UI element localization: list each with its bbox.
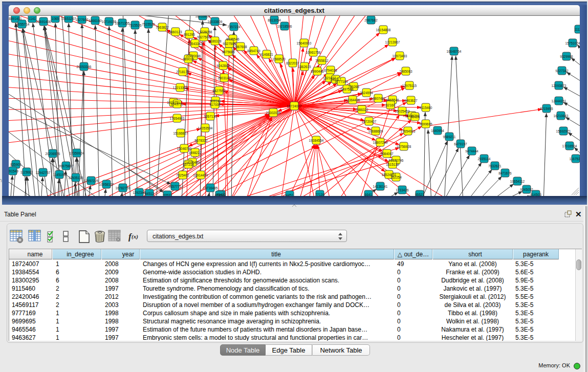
svg-text:9245052: 9245052 — [520, 188, 533, 191]
svg-text:1292346: 1292346 — [133, 191, 146, 194]
svg-text:9657771: 9657771 — [168, 185, 182, 188]
svg-text:17957225: 17957225 — [84, 179, 99, 183]
svg-text:1167533: 1167533 — [570, 157, 580, 161]
svg-text:1588520: 1588520 — [272, 57, 286, 61]
svg-text:8135546: 8135546 — [226, 37, 239, 41]
svg-text:12505135: 12505135 — [69, 176, 83, 180]
svg-text:3267130: 3267130 — [204, 115, 217, 118]
svg-text:99975887: 99975887 — [59, 164, 74, 168]
svg-text:417006: 417006 — [209, 103, 221, 106]
svg-text:62160: 62160 — [386, 103, 395, 107]
svg-text:6497568: 6497568 — [340, 87, 354, 91]
svg-text:2087682: 2087682 — [364, 18, 378, 22]
svg-text:8322037: 8322037 — [286, 61, 299, 65]
svg-text:989016: 989016 — [183, 57, 194, 61]
svg-text:10688609: 10688609 — [368, 129, 383, 133]
svg-text:20053346: 20053346 — [77, 65, 92, 69]
svg-text:19218506: 19218506 — [277, 25, 292, 28]
svg-text:8471676: 8471676 — [498, 171, 512, 175]
svg-text:1362615: 1362615 — [298, 65, 311, 69]
svg-text:16120746: 16120746 — [389, 159, 404, 162]
svg-text:16914479: 16914479 — [193, 173, 208, 177]
svg-text:909141: 909141 — [210, 99, 221, 103]
svg-text:84512: 84512 — [145, 192, 154, 195]
svg-text:15692971: 15692971 — [556, 129, 571, 133]
svg-text:9227342: 9227342 — [555, 69, 569, 73]
svg-text:15640910: 15640910 — [297, 41, 312, 45]
svg-text:3875685: 3875685 — [222, 50, 235, 54]
svg-text:14055714: 14055714 — [15, 23, 30, 26]
svg-text:16033809: 16033809 — [195, 16, 210, 18]
svg-text:252254: 252254 — [390, 176, 402, 179]
svg-text:10961758: 10961758 — [306, 51, 321, 54]
svg-text:7515526: 7515526 — [128, 24, 142, 27]
svg-text:8427552: 8427552 — [212, 89, 226, 93]
svg-text:1145194: 1145194 — [53, 173, 66, 177]
svg-text:15166827: 15166827 — [173, 132, 188, 135]
svg-text:10973493: 10973493 — [393, 54, 407, 58]
svg-text:20531: 20531 — [163, 193, 172, 196]
svg-text:9242848: 9242848 — [216, 64, 230, 68]
svg-text:19384554: 19384554 — [309, 139, 324, 142]
svg-text:4451: 4451 — [286, 193, 294, 196]
svg-text:2867608: 2867608 — [234, 45, 247, 49]
svg-text:10543342: 10543342 — [188, 42, 203, 46]
svg-text:3624554: 3624554 — [360, 91, 373, 95]
svg-text:(x): (x) — [132, 233, 138, 240]
svg-text:12213967: 12213967 — [385, 40, 400, 44]
svg-text:10719155: 10719155 — [102, 20, 117, 24]
svg-text:14136141: 14136141 — [373, 185, 388, 188]
svg-text:6466160: 6466160 — [89, 19, 102, 23]
svg-text:1141: 1141 — [29, 17, 36, 20]
svg-text:17654983: 17654983 — [170, 117, 185, 120]
svg-text:1615132: 1615132 — [386, 163, 399, 166]
svg-text:10756928: 10756928 — [397, 145, 411, 148]
svg-text:8215955: 8215955 — [540, 107, 553, 111]
svg-text:92450: 92450 — [215, 193, 224, 196]
svg-text:10807487: 10807487 — [371, 97, 386, 100]
svg-text:914503: 914503 — [530, 193, 541, 196]
svg-text:6794028: 6794028 — [324, 69, 337, 72]
svg-text:9465546: 9465546 — [386, 98, 399, 102]
svg-text:8454749: 8454749 — [247, 49, 260, 53]
svg-text:6479197: 6479197 — [454, 142, 467, 146]
svg-text:1527602: 1527602 — [75, 18, 89, 21]
svg-text:16046786: 16046786 — [177, 147, 192, 150]
svg-text:20206576: 20206576 — [46, 152, 60, 156]
svg-text:16154808: 16154808 — [376, 28, 391, 32]
svg-text:7663822: 7663822 — [156, 26, 169, 29]
svg-text:7357224: 7357224 — [227, 25, 241, 29]
svg-text:9589211: 9589211 — [443, 135, 456, 139]
svg-text:6641: 6641 — [365, 193, 373, 196]
svg-text:18724007: 18724007 — [287, 104, 302, 108]
svg-text:95521: 95521 — [415, 193, 424, 196]
svg-text:14353594: 14353594 — [198, 126, 213, 130]
svg-text:12093873: 12093873 — [552, 84, 567, 87]
svg-text:8660123: 8660123 — [169, 30, 182, 34]
svg-text:17359924: 17359924 — [70, 151, 84, 155]
svg-text:20691406: 20691406 — [36, 20, 51, 24]
svg-text:157214: 157214 — [183, 163, 194, 166]
svg-text:1049751: 1049751 — [170, 102, 184, 106]
svg-text:3498222: 3498222 — [188, 151, 202, 155]
svg-text:18807249: 18807249 — [373, 141, 388, 144]
svg-text:10671355: 10671355 — [115, 21, 130, 25]
svg-text:9699695: 9699695 — [419, 122, 432, 126]
svg-text:8186328: 8186328 — [208, 39, 222, 43]
svg-text:15751074: 15751074 — [565, 41, 580, 45]
svg-text:9327506: 9327506 — [197, 35, 210, 39]
svg-text:9777169: 9777169 — [335, 80, 348, 83]
svg-text:10653267: 10653267 — [61, 17, 76, 20]
svg-text:7955812: 7955812 — [315, 59, 329, 62]
svg-text:9329966: 9329966 — [560, 55, 573, 58]
svg-text:16782759: 16782759 — [116, 186, 130, 190]
svg-text:17654923: 17654923 — [401, 129, 416, 133]
svg-text:7625402: 7625402 — [176, 173, 189, 177]
svg-text:9474444: 9474444 — [465, 149, 478, 153]
svg-text:12942757: 12942757 — [36, 171, 51, 174]
svg-text:2935114: 2935114 — [478, 157, 491, 161]
svg-text:1065: 1065 — [52, 17, 59, 20]
svg-text:15716485: 15716485 — [203, 186, 218, 190]
svg-text:9146821: 9146821 — [260, 53, 273, 56]
svg-text:1640954: 1640954 — [431, 129, 444, 133]
